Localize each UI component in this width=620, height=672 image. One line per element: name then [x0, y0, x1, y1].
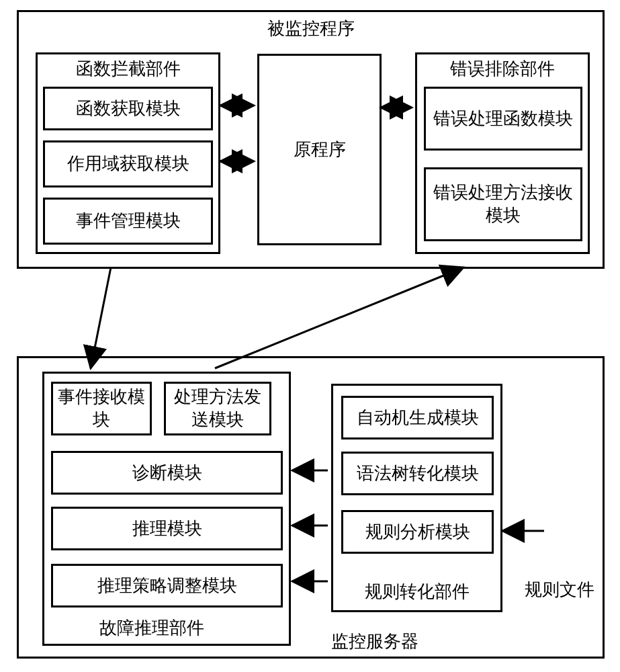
error-method-receive-module: 错误处理方法接收模块 [424, 167, 582, 241]
svg-line-3 [91, 267, 111, 368]
fault-reasoning-title: 故障推理部件 [85, 617, 219, 640]
method-send-module: 处理方法发送模块 [164, 382, 271, 435]
monitored-program-container: 被监控程序 函数拦截部件 函数获取模块 作用域获取模块 事件管理模块 原程序 错… [17, 10, 605, 269]
rule-analysis-module: 规则分析模块 [341, 510, 494, 554]
monitor-server-container: 监控服务器 事件接收模块 处理方法发送模块 诊断模块 推理模块 推理策略调整模块… [17, 356, 605, 659]
fault-reasoning-component: 事件接收模块 处理方法发送模块 诊断模块 推理模块 推理策略调整模块 故障推理部… [42, 372, 291, 646]
error-elimination-title: 错误排除部件 [417, 58, 588, 80]
function-intercept-component: 函数拦截部件 函数获取模块 作用域获取模块 事件管理模块 [36, 52, 220, 254]
error-handle-func-module: 错误处理函数模块 [424, 87, 582, 151]
function-intercept-title: 函数拦截部件 [38, 58, 218, 80]
event-receive-module: 事件接收模块 [51, 382, 152, 435]
scope-acquire-module: 作用域获取模块 [43, 140, 213, 187]
rule-transform-component: 自动机生成模块 语法树转化模块 规则分析模块 规则转化部件 [331, 384, 502, 612]
monitor-server-title: 监控服务器 [308, 630, 442, 653]
function-acquire-module: 函数获取模块 [43, 87, 213, 130]
diagram-canvas: 被监控程序 函数拦截部件 函数获取模块 作用域获取模块 事件管理模块 原程序 错… [0, 0, 620, 672]
monitored-program-title: 被监控程序 [19, 17, 603, 40]
reasoning-module: 推理模块 [51, 507, 283, 550]
event-manage-module: 事件管理模块 [43, 198, 213, 245]
diagnose-module: 诊断模块 [51, 451, 283, 495]
svg-line-4 [215, 267, 463, 368]
reasoning-strategy-adjust-module: 推理策略调整模块 [51, 564, 283, 607]
error-elimination-component: 错误排除部件 错误处理函数模块 错误处理方法接收模块 [415, 52, 590, 254]
rule-file-label: 规则文件 [519, 579, 600, 601]
automaton-gen-module: 自动机生成模块 [341, 396, 494, 439]
rule-transform-title: 规则转化部件 [333, 581, 500, 603]
original-program: 原程序 [257, 54, 382, 245]
syntax-tree-transform-module: 语法树转化模块 [341, 452, 494, 495]
